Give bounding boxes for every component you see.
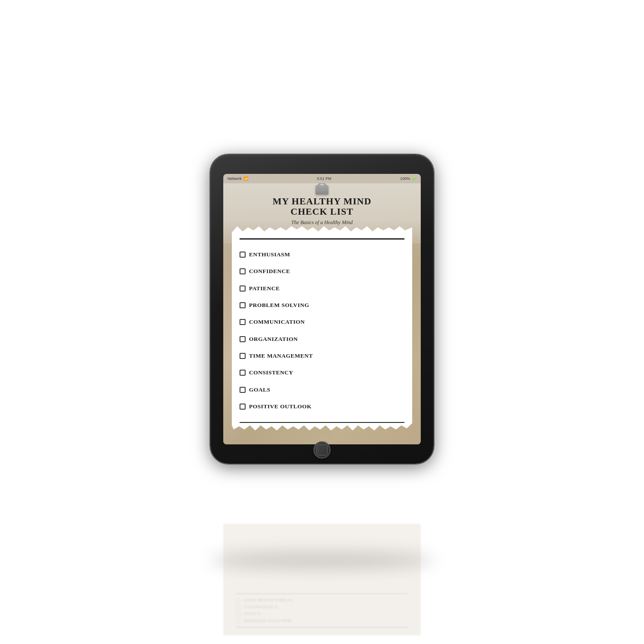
label-consistency: CONSISTENCY [249, 369, 293, 376]
screen-content: MY HEALTHY MIND CHECK LIST The Basics of… [223, 183, 421, 444]
checklist-paper: ENTHUSIASM CONFIDENCE PATIENCE P [232, 226, 412, 431]
checklist-item-problem-solving: PROBLEM SOLVING [240, 301, 404, 310]
home-button[interactable] [313, 441, 331, 459]
main-title: MY HEALTHY MIND CHECK LIST [273, 196, 371, 217]
tablet-reflection: POSITIVE OUTLOOK GOALS CONSISTENCY TIME … [210, 524, 434, 635]
paper-line-bottom [240, 422, 404, 423]
checkbox-time-management[interactable] [240, 353, 246, 359]
checklist-item-patience: PATIENCE [240, 284, 404, 293]
checklist-item-communication: COMMUNICATION [240, 318, 404, 326]
subtitle: The Basics of a Healthy Mind [292, 219, 353, 226]
label-patience: PATIENCE [249, 285, 280, 292]
label-problem-solving: PROBLEM SOLVING [249, 302, 309, 309]
title-line1: MY HEALTHY MIND [273, 196, 371, 207]
label-positive-outlook: POSITIVE OUTLOOK [249, 403, 312, 410]
network-label: Network [228, 176, 242, 181]
checklist-item-confidence: CONFIDENCE [240, 267, 404, 276]
checkbox-consistency[interactable] [240, 370, 246, 376]
paper-line-top [240, 238, 404, 240]
status-left: Network 📶 [228, 176, 248, 181]
status-bar: Network 📶 5:51 PM 100% 🔋 [223, 174, 421, 183]
title-line2: CHECK LIST [291, 206, 353, 217]
screen-bezel: Network 📶 5:51 PM 100% 🔋 MY HEALTHY MIND [223, 174, 421, 444]
checkbox-enthusiasm[interactable] [240, 252, 246, 258]
wifi-icon: 📶 [243, 176, 248, 181]
label-time-management: TIME MANAGEMENT [249, 352, 313, 359]
battery-icon: 🔋 [412, 176, 416, 181]
checkbox-confidence[interactable] [240, 268, 246, 274]
checkbox-problem-solving[interactable] [240, 302, 246, 308]
checkbox-patience[interactable] [240, 286, 246, 292]
time-display: 5:51 PM [317, 176, 331, 181]
checkbox-goals[interactable] [240, 387, 246, 393]
label-goals: GOALS [249, 386, 270, 393]
status-right: 100% 🔋 [400, 176, 416, 181]
label-organization: ORGANIZATION [249, 336, 298, 343]
label-communication: COMMUNICATION [249, 319, 305, 325]
checklist-item-positive-outlook: POSITIVE OUTLOOK [240, 402, 404, 411]
label-enthusiasm: ENTHUSIASM [249, 251, 290, 258]
tablet: Network 📶 5:51 PM 100% 🔋 MY HEALTHY MIND [210, 155, 434, 464]
reflection-inner: POSITIVE OUTLOOK GOALS CONSISTENCY TIME … [223, 524, 421, 635]
checkbox-organization[interactable] [240, 336, 246, 342]
clipboard-clip [316, 185, 328, 194]
checkbox-positive-outlook[interactable] [240, 404, 246, 410]
scene: Network 📶 5:51 PM 100% 🔋 MY HEALTHY MIND [0, 0, 644, 644]
checklist-item-enthusiasm: ENTHUSIASM [240, 250, 404, 259]
checklist-item-organization: ORGANIZATION [240, 335, 404, 343]
checkbox-communication[interactable] [240, 319, 246, 325]
checklist-item-consistency: CONSISTENCY [240, 368, 404, 377]
home-button-inner [316, 444, 328, 456]
battery-percent: 100% [400, 176, 410, 181]
checklist-items: ENTHUSIASM CONFIDENCE PATIENCE P [240, 246, 404, 415]
checklist-item-time-management: TIME MANAGEMENT [240, 352, 404, 360]
checklist-item-goals: GOALS [240, 386, 404, 394]
label-confidence: CONFIDENCE [249, 268, 290, 275]
